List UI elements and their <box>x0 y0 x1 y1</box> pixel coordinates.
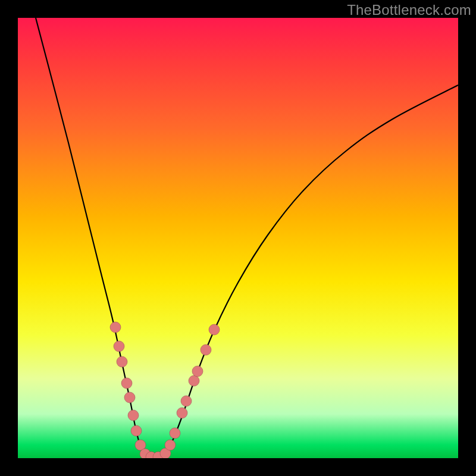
data-dot <box>177 408 187 418</box>
data-dot <box>201 345 211 355</box>
data-dot <box>128 410 139 421</box>
data-dot <box>117 356 127 367</box>
watermark-text: TheBottleneck.com <box>347 2 471 18</box>
data-dot <box>181 396 192 406</box>
dots-group <box>110 322 220 458</box>
chart-svg <box>18 18 458 458</box>
curve-right-branch <box>150 85 458 458</box>
data-dot <box>124 392 135 403</box>
data-dot <box>121 378 132 389</box>
data-dot <box>131 425 142 436</box>
data-dot <box>189 375 199 386</box>
data-dot <box>114 341 124 352</box>
data-dot <box>170 428 180 439</box>
data-dot <box>209 324 220 335</box>
data-dot <box>192 366 203 377</box>
chart-plot-area <box>18 18 458 458</box>
curve-left-branch <box>36 18 150 458</box>
data-dot <box>165 440 176 450</box>
data-dot <box>110 322 121 333</box>
